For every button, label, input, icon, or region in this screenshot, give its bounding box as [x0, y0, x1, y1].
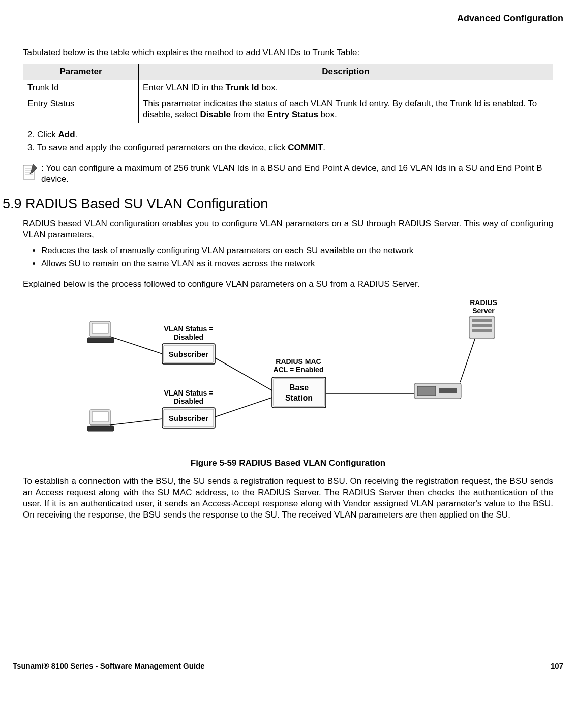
list-item: Allows SU to remain on the same VLAN as …: [41, 258, 553, 269]
svg-rect-12: [92, 323, 108, 333]
cell-param: Trunk Id: [23, 80, 139, 96]
figure-caption: Figure 5-59 RADIUS Based VLAN Configurat…: [23, 458, 553, 469]
svg-line-10: [460, 338, 475, 382]
page-number: 107: [551, 661, 563, 671]
notepad-icon: [23, 163, 39, 181]
svg-text:Disabled: Disabled: [173, 333, 203, 341]
svg-rect-34: [417, 386, 436, 396]
network-device-icon: [414, 383, 461, 399]
svg-rect-39: [472, 319, 492, 322]
th-parameter: Parameter: [23, 64, 139, 80]
server-icon: [469, 316, 495, 339]
benefits-list: Reduces the task of manually configuring…: [23, 245, 553, 269]
cell-param: Entry Status: [23, 96, 139, 123]
svg-text:Disabled: Disabled: [173, 397, 203, 405]
svg-rect-15: [92, 412, 108, 422]
svg-line-6: [110, 419, 162, 425]
section-heading: 5.9 RADIUS Based SU VLAN Configuration: [3, 195, 563, 213]
svg-text:RADIUS MAC: RADIUS MAC: [276, 357, 321, 366]
radius-vlan-diagram: VLAN Status = Disabled Subscriber VLAN S…: [65, 297, 512, 454]
svg-line-7: [215, 358, 272, 390]
svg-text:ACL = Enabled: ACL = Enabled: [273, 366, 323, 374]
step-2: Click Add.: [37, 129, 553, 140]
svg-text:VLAN Status =: VLAN Status =: [164, 389, 213, 397]
page-header-title: Advanced Configuration: [13, 13, 563, 24]
list-item: Reduces the task of manually configuring…: [41, 245, 553, 256]
svg-text:RADIUS: RADIUS: [470, 298, 497, 307]
svg-line-8: [215, 398, 272, 417]
svg-rect-13: [87, 338, 114, 343]
cell-desc: Enter VLAN ID in the Trunk Id box.: [139, 80, 553, 96]
th-description: Description: [139, 64, 553, 80]
section-intro: RADIUS based VLAN configuration enables …: [23, 218, 553, 240]
table-row: Entry Status This parameter indicates th…: [23, 96, 553, 123]
host-icon: [87, 410, 114, 431]
svg-text:Server: Server: [472, 307, 495, 315]
svg-text:Subscriber: Subscriber: [168, 414, 208, 422]
svg-text:Subscriber: Subscriber: [168, 350, 208, 358]
svg-text:Base: Base: [289, 383, 308, 392]
table-row: Trunk Id Enter VLAN ID in the Trunk Id b…: [23, 80, 553, 96]
note-text: : You can configure a maximum of 256 tru…: [41, 163, 553, 185]
svg-rect-35: [439, 388, 457, 393]
host-icon: [87, 321, 114, 343]
svg-rect-40: [472, 324, 492, 327]
cell-desc: This parameter indicates the status of e…: [139, 96, 553, 123]
vlan-trunk-table: Parameter Description Trunk Id Enter VLA…: [23, 64, 553, 123]
closing-paragraph: To establish a connection with the BSU, …: [23, 476, 553, 521]
svg-text:VLAN Status =: VLAN Status =: [164, 325, 213, 333]
process-intro: Explained below is the process followed …: [23, 279, 553, 290]
svg-rect-41: [472, 329, 492, 332]
footer-rule: [13, 653, 563, 653]
steps-list: Click Add. To save and apply the configu…: [23, 129, 553, 154]
note-block: : You can configure a maximum of 256 tru…: [23, 163, 553, 185]
svg-text:Station: Station: [285, 393, 312, 402]
figure-5-59: VLAN Status = Disabled Subscriber VLAN S…: [23, 297, 553, 469]
svg-rect-16: [87, 426, 114, 431]
svg-line-5: [110, 337, 162, 354]
intro-text: Tabulated below is the table which expla…: [23, 47, 553, 58]
step-3: To save and apply the configured paramet…: [37, 142, 553, 154]
footer-left: Tsunami® 8100 Series - Software Manageme…: [13, 661, 205, 671]
